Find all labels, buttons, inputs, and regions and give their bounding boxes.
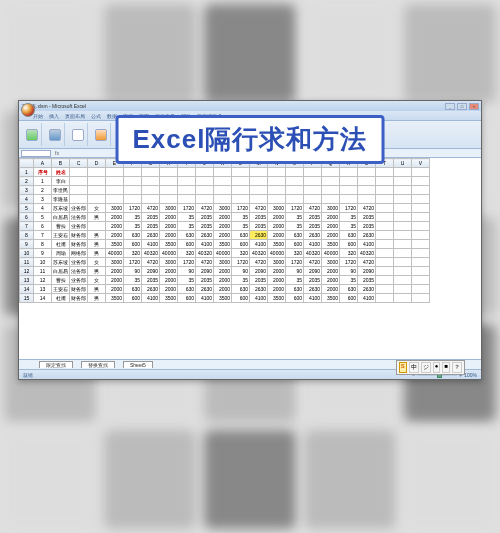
cell[interactable]: 2090 [196,267,214,276]
cell[interactable]: 2000 [268,222,286,231]
cell[interactable] [394,231,412,240]
cell[interactable]: 3000 [106,258,124,267]
cell[interactable]: 2630 [142,231,160,240]
cell[interactable]: 3500 [322,294,340,303]
ime-icon[interactable]: ■ [442,362,450,373]
cell[interactable]: 2630 [304,231,322,240]
cell[interactable]: 2630 [358,231,376,240]
cell[interactable]: 1720 [232,204,250,213]
cell[interactable] [412,195,430,204]
cell[interactable]: 2 [34,186,52,195]
tab-layout[interactable]: 页面布局 [65,113,85,119]
cell[interactable]: 4100 [250,240,268,249]
cell[interactable]: 600 [340,294,358,303]
cell[interactable]: 周瑜 [52,249,70,258]
cell[interactable] [250,168,268,177]
cell[interactable] [232,168,250,177]
cell[interactable] [376,249,394,258]
cell[interactable] [214,168,232,177]
cell[interactable]: 5 [34,213,52,222]
cell[interactable] [178,168,196,177]
cell[interactable]: 白居易 [52,213,70,222]
cell[interactable] [394,249,412,258]
tab-insert[interactable]: 插入 [49,113,59,119]
row-header[interactable]: 13 [20,276,34,285]
cell[interactable]: 3000 [160,204,178,213]
cell[interactable]: 3000 [160,258,178,267]
cell[interactable]: 2000 [106,267,124,276]
cell[interactable] [394,285,412,294]
cell[interactable]: 4100 [250,294,268,303]
cell[interactable] [412,186,430,195]
cell[interactable]: 14 [34,294,52,303]
cell[interactable] [412,213,430,222]
cell[interactable] [394,204,412,213]
cell[interactable]: 3000 [268,204,286,213]
cell[interactable] [214,186,232,195]
cell[interactable] [178,177,196,186]
row-header[interactable]: 15 [20,294,34,303]
cell[interactable]: 35 [124,276,142,285]
cell[interactable]: 600 [124,294,142,303]
cell[interactable] [70,177,88,186]
cell[interactable]: 2035 [250,213,268,222]
cell[interactable]: 3000 [322,258,340,267]
cell[interactable]: 2000 [268,267,286,276]
cell[interactable]: 4 [34,204,52,213]
cell[interactable]: 4720 [358,258,376,267]
ime-toolbar[interactable]: S 中 ジ ● ■ ？ [396,360,465,375]
cell[interactable]: 630 [286,285,304,294]
cell[interactable] [268,177,286,186]
cell[interactable]: 40320 [250,249,268,258]
cell[interactable] [106,177,124,186]
cell[interactable]: 4100 [358,294,376,303]
cell[interactable]: 35 [286,213,304,222]
cell[interactable]: 40320 [196,249,214,258]
cell[interactable] [394,276,412,285]
cell[interactable]: 姓名 [52,168,70,177]
cell[interactable]: 1720 [178,258,196,267]
cell[interactable]: 财务部 [70,231,88,240]
cell[interactable]: 2000 [214,285,232,294]
cell[interactable]: 3500 [106,294,124,303]
cell[interactable]: 男 [88,231,106,240]
cell[interactable] [394,213,412,222]
cell[interactable]: 600 [232,240,250,249]
sheet-tab[interactable]: Sheet5 [123,361,153,368]
paste-icon[interactable] [26,129,38,141]
cell[interactable] [286,186,304,195]
fx-icon[interactable]: fx [55,150,59,156]
cell[interactable] [412,231,430,240]
cell[interactable]: 2630 [250,285,268,294]
cell[interactable] [376,168,394,177]
cell[interactable]: 630 [340,231,358,240]
cell[interactable] [70,168,88,177]
cell[interactable]: 35 [340,213,358,222]
select-all[interactable] [20,159,34,168]
ime-icon[interactable]: ● [433,362,441,373]
cell[interactable] [196,195,214,204]
cell[interactable]: 320 [286,249,304,258]
cell[interactable]: 600 [340,240,358,249]
cell[interactable] [322,168,340,177]
cell[interactable]: 法务部 [70,213,88,222]
cell[interactable]: 2630 [358,285,376,294]
cell[interactable]: 600 [286,240,304,249]
cell[interactable]: 35 [178,276,196,285]
cell[interactable] [394,177,412,186]
cell[interactable]: 4720 [250,204,268,213]
row-header[interactable]: 7 [20,222,34,231]
cell[interactable]: 2000 [322,231,340,240]
cell[interactable] [88,177,106,186]
cell[interactable]: 600 [286,294,304,303]
number-icon[interactable] [95,129,107,141]
cell[interactable]: 男 [88,294,106,303]
cell[interactable]: 35 [286,222,304,231]
cell[interactable]: 4720 [196,204,214,213]
cell[interactable]: 2000 [160,276,178,285]
cell[interactable]: 1720 [124,258,142,267]
cell[interactable]: 2000 [106,285,124,294]
cell[interactable] [394,186,412,195]
cell[interactable]: 2035 [196,213,214,222]
ime-icon[interactable]: ？ [452,362,462,373]
